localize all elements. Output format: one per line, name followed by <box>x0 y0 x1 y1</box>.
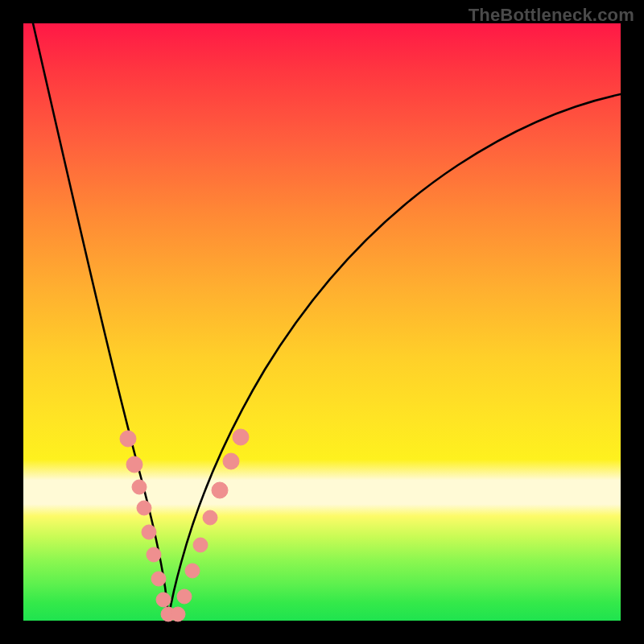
chart-frame: TheBottleneck.com <box>0 0 644 644</box>
marker-dot <box>147 547 161 562</box>
marker-dot <box>177 589 192 604</box>
marker-dot <box>193 538 208 552</box>
marker-dot <box>151 572 166 586</box>
marker-cluster <box>120 429 249 621</box>
marker-dot <box>120 431 136 447</box>
marker-dot <box>142 525 156 539</box>
marker-dot <box>212 482 228 498</box>
chart-svg <box>23 23 621 621</box>
watermark-text: TheBottleneck.com <box>469 5 634 26</box>
marker-dot <box>156 592 171 607</box>
marker-dot <box>171 607 185 621</box>
marker-dot <box>203 510 217 525</box>
marker-dot <box>132 480 147 494</box>
marker-dot <box>223 453 239 469</box>
marker-dot <box>126 456 142 473</box>
marker-dot <box>137 501 151 515</box>
marker-dot <box>233 429 249 445</box>
marker-dot <box>185 564 200 578</box>
curve-right-branch <box>168 94 621 621</box>
